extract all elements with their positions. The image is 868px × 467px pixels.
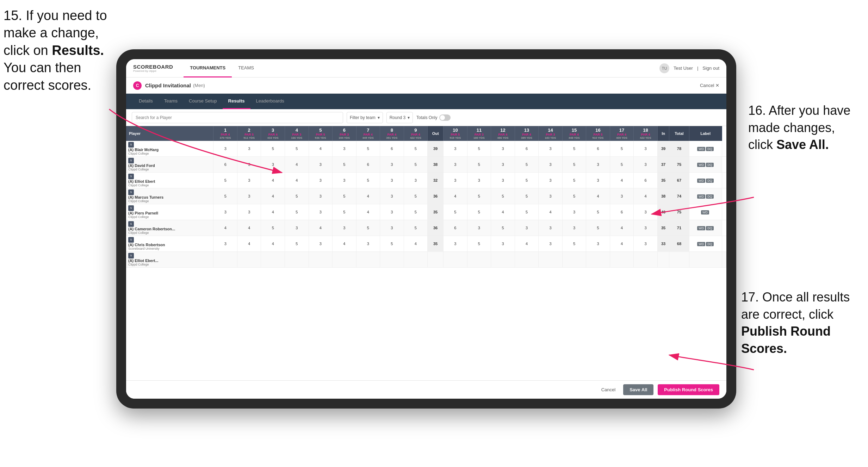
score-hole-18: 3: [634, 141, 658, 157]
tab-teams[interactable]: Teams: [159, 94, 183, 109]
nav-teams[interactable]: TEAMS: [232, 59, 260, 77]
wd-badge[interactable]: WD: [701, 210, 709, 214]
score-hole-18: 3: [634, 157, 658, 173]
score-hole-16: 3: [586, 236, 610, 252]
score-hole-3: 5: [261, 141, 285, 157]
score-hole-10: 4: [444, 188, 467, 204]
score-cell: [539, 252, 563, 268]
logo-area: SCOREBOARD Powered by clippd: [133, 64, 173, 73]
score-hole-10: 3: [444, 157, 467, 173]
cancel-tournament-btn[interactable]: Cancel ✕: [700, 83, 719, 88]
dq-badge[interactable]: DQ: [706, 163, 714, 167]
wd-badge[interactable]: WD: [697, 147, 705, 151]
score-cell: [356, 252, 380, 268]
score-hole-14: 3: [539, 188, 563, 204]
score-hole-17: 5: [610, 141, 634, 157]
score-hole-15: 5: [562, 141, 586, 157]
score-in: 33: [657, 236, 669, 252]
score-hole-3: 3: [261, 157, 285, 173]
score-hole-11: 5: [467, 204, 491, 220]
col-hole-4: 4PAR 3166 YDS: [285, 126, 309, 141]
tab-course-setup[interactable]: Course Setup: [183, 94, 223, 109]
score-hole-1: 5: [213, 188, 237, 204]
wd-badge[interactable]: WD: [697, 242, 705, 246]
col-player: Player: [126, 126, 213, 141]
table-row: S(A) Chris RobertsonScoreboard Universit…: [126, 236, 726, 252]
wd-badge[interactable]: WD: [697, 179, 705, 183]
toggle-track[interactable]: [439, 114, 451, 121]
score-hole-17: 5: [610, 157, 634, 173]
dq-badge[interactable]: DQ: [706, 147, 714, 151]
instruction-right-top: 16. After you have made changes, click S…: [748, 102, 857, 154]
score-in: 37: [657, 157, 669, 173]
col-hole-14: 14PAR 3183 YDS: [539, 126, 563, 141]
score-in: 35: [657, 220, 669, 236]
score-in: 40: [657, 204, 669, 220]
col-hole-18: 18PAR 4422 YDS: [634, 126, 658, 141]
round-select[interactable]: Round 3 ▾: [386, 112, 413, 123]
wd-badge[interactable]: WD: [697, 163, 705, 167]
wd-badge[interactable]: WD: [697, 226, 705, 230]
tab-details[interactable]: Details: [133, 94, 159, 109]
score-hole-12: 5: [491, 220, 515, 236]
score-hole-13: 5: [515, 188, 539, 204]
player-name: (A) Cameron Robertson...: [128, 227, 212, 231]
score-hole-2: 3: [237, 141, 261, 157]
col-hole-6: 6PAR 3194 YDS: [333, 126, 356, 141]
dq-badge[interactable]: DQ: [706, 242, 714, 246]
dq-badge[interactable]: DQ: [706, 179, 714, 183]
filter-team-select[interactable]: Filter by team ▾: [347, 112, 383, 123]
instruction-right-bottom: 17. Once all results are correct, click …: [741, 289, 857, 357]
player-badge: S: [128, 158, 134, 163]
score-hole-9: 5: [404, 188, 428, 204]
score-label: WDDQ: [689, 173, 722, 188]
col-hole-17: 17PAR 4409 YDS: [610, 126, 634, 141]
instruction-left: 15. If you need to make a change, click …: [4, 7, 113, 94]
score-hole-13: 5: [515, 173, 539, 188]
score-hole-12: 5: [491, 188, 515, 204]
player-name: (A) Piers Parnell: [128, 211, 212, 215]
player-badge: S: [128, 174, 134, 179]
score-total: 75: [669, 204, 689, 220]
dq-badge[interactable]: DQ: [706, 194, 714, 199]
score-cell: [634, 252, 658, 268]
table-row: S(A) David FordClippd College63343563538…: [126, 157, 726, 173]
tablet-screen: SCOREBOARD Powered by clippd TOURNAMENTS…: [126, 59, 726, 399]
player-badge: S: [128, 253, 134, 259]
score-cell: [380, 252, 404, 268]
score-out: 36: [428, 220, 444, 236]
score-hole-15: 5: [562, 236, 586, 252]
score-cell: [689, 252, 722, 268]
player-school: Clippd College: [128, 152, 212, 155]
wd-badge[interactable]: WD: [697, 194, 705, 199]
player-cell: S(A) Blair McHargClippd College: [126, 141, 213, 157]
score-hole-14: 3: [539, 141, 563, 157]
totals-only-toggle[interactable]: Totals Only: [416, 114, 451, 121]
tab-leaderboards[interactable]: Leaderboards: [250, 94, 290, 109]
save-all-button[interactable]: Save All: [623, 384, 653, 395]
score-hole-18: 3: [634, 204, 658, 220]
search-input[interactable]: [132, 112, 343, 123]
score-hole-17: 3: [610, 188, 634, 204]
score-hole-4: 4: [285, 173, 309, 188]
player-cell: S(A) Chris RobertsonScoreboard Universit…: [126, 236, 213, 252]
col-hole-3: 3PAR 4433 YDS: [261, 126, 285, 141]
player-cell: S(A) Cameron Robertson...Clippd College: [126, 220, 213, 236]
col-hole-2: 2PAR 5511 YDS: [237, 126, 261, 141]
tab-results[interactable]: Results: [223, 94, 250, 109]
score-cell: [562, 252, 586, 268]
sign-out-link[interactable]: Sign out: [702, 66, 719, 71]
dq-badge[interactable]: DQ: [706, 226, 714, 230]
table-row: S(A) Blair McHargClippd College335543565…: [126, 141, 726, 157]
score-out: 35: [428, 204, 444, 220]
score-total: 74: [669, 188, 689, 204]
score-hole-7: 5: [356, 220, 380, 236]
score-hole-9: 5: [404, 141, 428, 157]
cancel-button[interactable]: Cancel: [598, 387, 619, 392]
table-row: S(A) Elliot EbertClippd College534433533…: [126, 173, 726, 188]
col-hole-11: 11PAR 3180 YDS: [467, 126, 491, 141]
score-hole-13: 3: [515, 220, 539, 236]
nav-tournaments[interactable]: TOURNAMENTS: [184, 59, 232, 77]
score-cell: [586, 252, 610, 268]
publish-round-scores-button[interactable]: Publish Round Scores: [658, 384, 719, 395]
